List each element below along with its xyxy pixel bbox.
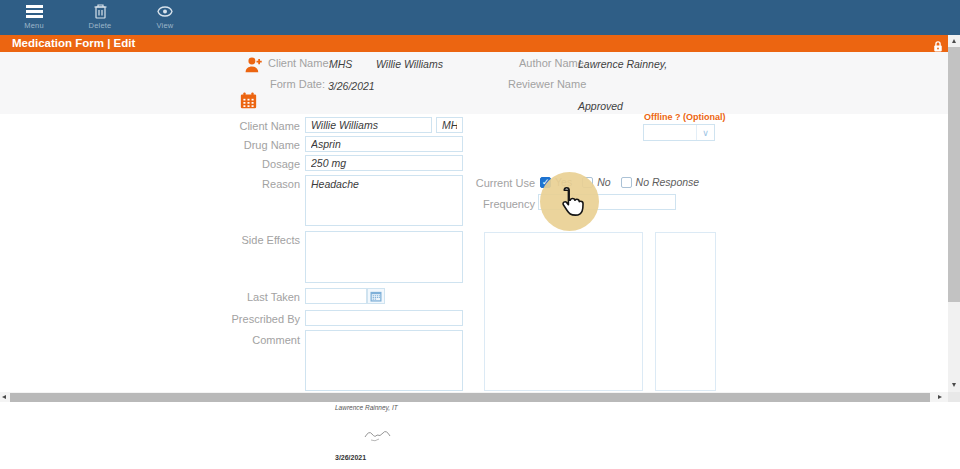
current-use-field-label: Current Use [415,177,535,189]
trash-icon [78,3,122,20]
top-toolbar: Menu Delete View [0,0,960,35]
header-author-name: Lawrence Rainney, [578,58,667,70]
last-taken-input[interactable] [305,288,367,304]
scroll-down-arrow-icon[interactable] [952,383,956,387]
dosage-field-label: Dosage [180,158,300,170]
menu-button[interactable]: Menu [14,3,54,30]
header-author-name-label: Author Name [519,57,584,69]
current-use-noresponse-label: No Response [636,176,700,188]
horizontal-scrollbar[interactable] [0,392,948,402]
client-person-icon [244,56,263,78]
datepicker-calendar-icon [370,291,382,302]
drug-name-input[interactable] [305,136,463,152]
right-panel-large [484,232,643,391]
signature-scribble [362,428,392,448]
side-effects-field-label: Side Effects [180,234,300,246]
reason-field-label: Reason [180,178,300,190]
current-use-yes-label: Yes [555,176,572,188]
client-name-field-label: Client Name [180,120,300,132]
frequency-input[interactable] [538,194,676,210]
page-title: Medication Form | Edit [12,35,135,52]
header-client-code: MHS [329,58,352,70]
offline-dropdown[interactable]: ∨ [643,124,715,141]
signature-date-text: 3/26/2021 [335,454,366,461]
side-effects-textarea[interactable] [305,231,463,283]
current-use-noresponse-checkbox[interactable]: ✓ [621,177,632,188]
form-header: Client Name: MHS Willie Williams Form Da… [0,52,948,114]
prescribed-by-field-label: Prescribed By [180,313,300,325]
offline-dropdown-value [644,125,696,140]
header-client-name-label: Client Name: [268,57,332,69]
medication-form-screen: Menu Delete View Medication Form | Edit [0,0,960,469]
menu-icon [14,3,54,20]
menu-label: Menu [14,21,54,30]
vertical-scrollbar[interactable] [948,35,960,392]
header-form-date-label: Form Date: [270,78,325,90]
checkmark-icon: ✓ [542,178,550,187]
client-name-input[interactable] [305,117,432,133]
header-approval-status: Approved [578,100,623,112]
drug-name-field-label: Drug Name [180,139,300,151]
offline-optional-label: Offline ? (Optional) [644,112,726,122]
right-panel-small [655,232,716,391]
delete-label: Delete [78,21,122,30]
view-label: View [146,21,184,30]
chevron-down-icon[interactable]: ∨ [696,125,714,140]
prescribed-by-input[interactable] [305,310,463,326]
header-client-name: Willie Williams [376,58,443,70]
comment-field-label: Comment [180,334,300,346]
current-use-options: ✓ Yes ✓ No ✓ No Response [540,176,709,188]
client-code-input[interactable] [436,117,463,133]
dosage-input[interactable] [305,155,463,171]
comment-textarea[interactable] [305,330,463,391]
last-taken-field-label: Last Taken [180,291,300,303]
scrollbar-corner [948,392,960,402]
calendar-icon [240,92,257,113]
view-button[interactable]: View [146,3,184,30]
current-use-no-checkbox[interactable]: ✓ [582,177,593,188]
form-title-bar: Medication Form | Edit [0,35,948,52]
signed-by-text: Lawrence Rainney, IT [335,404,398,411]
horizontal-scrollbar-thumb[interactable] [10,393,930,402]
vertical-scrollbar-thumb[interactable] [948,47,960,302]
current-use-yes-checkbox[interactable]: ✓ [540,177,551,188]
eye-icon [146,3,184,20]
current-use-no-label: No [597,176,610,188]
frequency-field-label: Frequency [415,198,535,210]
last-taken-datepicker-button[interactable] [367,288,385,304]
scroll-right-arrow-icon[interactable] [938,395,942,399]
delete-button[interactable]: Delete [78,3,122,30]
header-reviewer-name-label: Reviewer Name [508,78,586,90]
header-form-date: 3/26/2021 [328,80,375,92]
scroll-left-arrow-icon[interactable] [2,395,6,399]
scroll-up-arrow-icon[interactable] [952,39,956,43]
